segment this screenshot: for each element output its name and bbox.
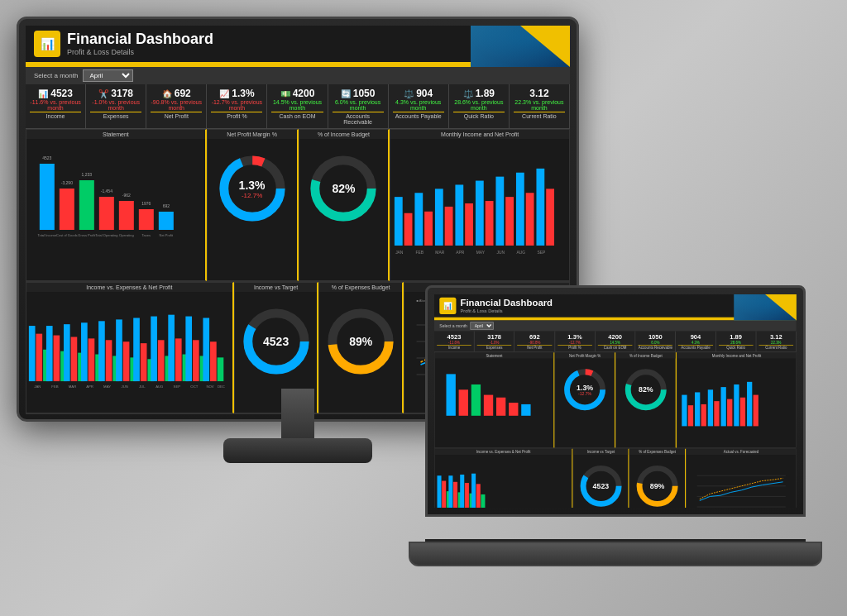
income-target-title: Income vs Target xyxy=(235,283,318,292)
svg-rect-29 xyxy=(425,212,433,246)
expenses-value: 3178 xyxy=(111,88,133,99)
current-ratio-label: Current Ratio xyxy=(514,112,565,119)
income-budget-donut-container: 82% xyxy=(299,139,389,238)
svg-rect-80 xyxy=(203,318,209,382)
small-statement-title: Statement xyxy=(435,353,554,359)
svg-text:Operating: Operating xyxy=(119,233,134,237)
svg-rect-30 xyxy=(435,189,443,246)
svg-rect-59 xyxy=(81,322,88,381)
svg-rect-51 xyxy=(36,334,42,381)
small-current-change: 22.3% xyxy=(758,341,793,344)
svg-text:JUN: JUN xyxy=(121,384,127,389)
income-target-center: 4523 xyxy=(263,335,289,348)
income-target-value: 4523 xyxy=(263,335,289,348)
expenses-label: Expenses xyxy=(90,112,141,119)
svg-rect-57 xyxy=(71,337,78,381)
svg-text:Taxes: Taxes xyxy=(142,233,151,237)
small-kpi-cash: 4200 14.5% Cash on EOM xyxy=(596,332,636,352)
svg-rect-106 xyxy=(471,384,481,416)
month-select[interactable]: April January February March xyxy=(83,69,133,82)
small-net-profit-change: -90.8% xyxy=(517,341,552,344)
small-ar-value: 1050 xyxy=(648,333,663,341)
small-statement-chart: Statement xyxy=(434,352,555,448)
svg-text:JUN: JUN xyxy=(497,251,505,255)
small-expenses-change: -1.0% xyxy=(477,341,512,344)
small-kpi-ar: 1050 6.0% Accounts Receivable xyxy=(635,332,676,352)
kpi-ap: ⚖️ 904 4.3% vs. previous month Accounts … xyxy=(389,84,449,128)
laptop-screen: 📊 Financial Dashboard Profit & Loss Deta… xyxy=(434,294,797,508)
income-budget-center: 82% xyxy=(332,182,355,195)
svg-rect-36 xyxy=(496,177,505,246)
profit-pct-value: 1.3% xyxy=(232,88,254,99)
svg-rect-27 xyxy=(404,213,413,246)
svg-rect-28 xyxy=(415,193,424,246)
monitor-stand-base xyxy=(223,438,372,463)
svg-rect-117 xyxy=(688,405,693,426)
small-quick-change: 28.6% xyxy=(719,341,754,344)
svg-rect-116 xyxy=(682,395,687,427)
month-bar: Select a month April January February Ma… xyxy=(26,67,570,84)
ar-change: 6.0% vs. previous month xyxy=(333,99,384,111)
svg-rect-135 xyxy=(465,483,469,508)
kpi-quick-ratio: ⚖️ 1.89 28.6% vs. previous month Quick R… xyxy=(449,84,510,128)
svg-text:OCT: OCT xyxy=(190,384,198,389)
profit-pct-change: -12.7% vs. previous month xyxy=(211,99,262,111)
svg-text:-1,454: -1,454 xyxy=(101,189,112,193)
small-inc-exp-chart: Income vs. Expenses & Net Profit xyxy=(434,448,573,508)
small-current-label: Current Ratio xyxy=(758,345,793,350)
ap-value: 904 xyxy=(416,88,433,99)
net-profit-pct: 1.3% xyxy=(239,179,266,192)
monthly-income-chart: Monthly Income and Net Profit xyxy=(390,129,570,281)
net-profit-icon: 🏠 xyxy=(162,89,172,98)
small-net-profit-pct: 1.3% xyxy=(577,383,593,391)
current-ratio-value: 3.12 xyxy=(529,88,548,99)
quick-ratio-value: 1.89 xyxy=(476,88,495,99)
kpi-net-profit: 🏠 692 -90.8% vs. previous month Net Prof… xyxy=(146,84,207,128)
svg-text:MAR: MAR xyxy=(436,251,445,255)
ar-value: 1050 xyxy=(353,88,376,99)
kpi-cash: 💵 4200 14.5% vs. previous month Cash on … xyxy=(267,84,328,128)
kpi-income: 📊 4523 -11.6% vs. previous month Income xyxy=(26,84,86,128)
small-income-label: Income xyxy=(437,345,471,350)
svg-rect-75 xyxy=(175,338,182,381)
svg-text:NOV: NOV xyxy=(206,384,213,389)
small-net-profit-sub: -12.7% xyxy=(577,391,593,396)
net-profit-sub: -12.7% xyxy=(239,192,266,199)
income-target-donut-container: 4523 xyxy=(235,292,318,391)
svg-text:MAY: MAY xyxy=(103,384,111,389)
small-kpi-row: 4523 -11.6% Income 3178 -1.0% Expenses 6… xyxy=(434,332,797,352)
quick-ratio-label: Quick Ratio xyxy=(453,112,505,119)
small-dashboard-title: Financial Dashboard xyxy=(461,298,553,308)
income-budget-pct: 82% xyxy=(332,182,355,195)
statement-svg: 4523 -3,290 1,233 -1,454 -962 1976 692 T… xyxy=(26,139,205,267)
small-net-profit-center: 1.3% -12.7% xyxy=(577,383,593,396)
svg-text:Net Profit: Net Profit xyxy=(160,233,175,237)
small-expenses-label: Expenses xyxy=(477,345,512,350)
small-exp-budget-chart: % of Expenses Budget 89% xyxy=(629,448,686,508)
svg-rect-4 xyxy=(119,201,134,230)
svg-text:Total Operating: Total Operating xyxy=(95,233,117,237)
svg-rect-127 xyxy=(754,395,758,427)
quick-ratio-change: 28.6% vs. previous month xyxy=(453,99,505,111)
small-quick-value: 1.89 xyxy=(730,333,742,341)
svg-rect-108 xyxy=(496,398,505,416)
small-statement-svg xyxy=(435,358,554,439)
svg-text:SEP: SEP xyxy=(174,384,181,389)
small-income-target-center: 4523 xyxy=(593,482,610,490)
small-income-value: 4523 xyxy=(447,333,462,341)
small-month-select[interactable]: April xyxy=(471,322,494,329)
income-expenses-title: Income vs. Expenses & Net Profit xyxy=(26,283,232,292)
svg-rect-0 xyxy=(40,164,55,230)
svg-text:FEB: FEB xyxy=(51,384,58,389)
small-monthly-income-chart: Monthly Income and Net Profit xyxy=(677,352,797,448)
statement-title: Statement xyxy=(26,130,205,139)
svg-rect-26 xyxy=(395,197,403,246)
svg-text:SEP: SEP xyxy=(538,251,546,255)
svg-text:JAN: JAN xyxy=(395,251,404,255)
svg-rect-60 xyxy=(89,338,95,381)
small-profit-pct-label: Profit % xyxy=(557,345,592,350)
cash-value: 4200 xyxy=(293,88,315,99)
dash-header: 📊 Financial Dashboard Profit & Loss Deta… xyxy=(26,26,570,64)
small-dashboard-subtitle: Profit & Loss Details xyxy=(461,308,553,313)
monitor-stand-neck xyxy=(281,389,314,438)
